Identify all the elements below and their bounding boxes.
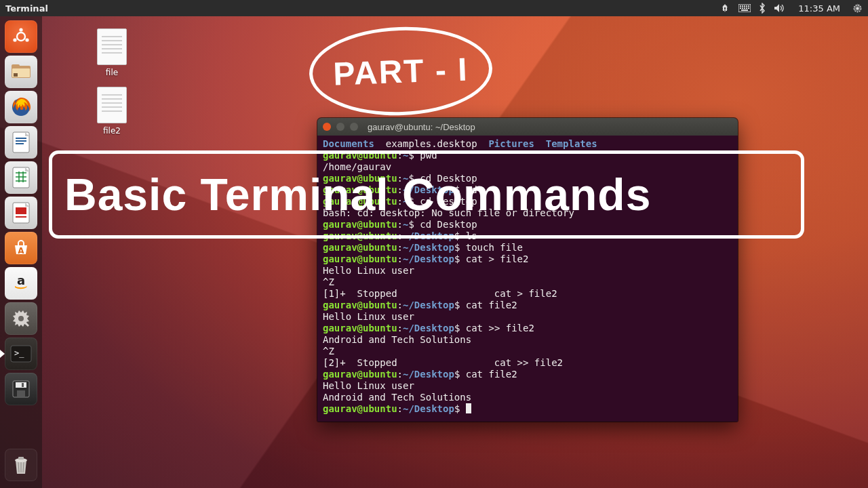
svg-rect-24 xyxy=(16,138,26,139)
desktop-file-icon[interactable]: file xyxy=(88,28,136,77)
svg-rect-1 xyxy=(740,5,741,7)
launcher-settings[interactable] xyxy=(5,302,37,335)
svg-text:>_: >_ xyxy=(14,348,24,358)
svg-rect-42 xyxy=(16,382,26,388)
svg-rect-10 xyxy=(748,7,749,9)
top-menubar: Terminal 11:35 AM xyxy=(0,0,868,16)
launcher-dock: A a >_ xyxy=(0,16,42,488)
bluetooth-icon[interactable] xyxy=(759,3,766,14)
svg-rect-6 xyxy=(740,7,741,9)
svg-text:A: A xyxy=(18,246,24,256)
terminal-body[interactable]: Documents examples.desktop Pictures Temp… xyxy=(317,136,738,422)
desktop-file-label: file xyxy=(88,68,136,77)
close-icon[interactable] xyxy=(323,123,331,131)
svg-point-17 xyxy=(13,38,16,41)
svg-rect-4 xyxy=(746,5,747,7)
svg-rect-5 xyxy=(748,5,749,7)
svg-rect-25 xyxy=(16,140,26,142)
minimize-icon[interactable] xyxy=(336,123,344,131)
svg-rect-44 xyxy=(22,383,24,387)
network-icon[interactable] xyxy=(719,3,730,13)
svg-point-38 xyxy=(18,316,24,321)
svg-point-16 xyxy=(25,38,28,41)
launcher-libreoffice-writer[interactable] xyxy=(5,126,37,159)
launcher-libreoffice-calc[interactable] xyxy=(5,161,37,194)
svg-rect-26 xyxy=(16,143,24,144)
svg-rect-3 xyxy=(744,5,745,7)
window-titlebar[interactable]: gaurav@ubuntu: ~/Desktop xyxy=(317,118,738,136)
svg-rect-11 xyxy=(741,9,748,11)
svg-rect-46 xyxy=(18,457,24,460)
svg-rect-43 xyxy=(17,390,25,396)
clock[interactable]: 11:35 AM xyxy=(798,3,840,14)
launcher-libreoffice-impress[interactable] xyxy=(5,197,37,229)
desktop-file-icon[interactable]: file2 xyxy=(88,87,136,136)
cursor-block xyxy=(466,403,471,413)
launcher-files[interactable] xyxy=(5,56,37,88)
svg-rect-7 xyxy=(742,7,743,9)
svg-text:a: a xyxy=(17,273,25,287)
svg-rect-34 xyxy=(16,207,26,214)
gear-icon[interactable] xyxy=(852,3,863,14)
svg-rect-35 xyxy=(16,216,26,218)
svg-point-14 xyxy=(17,33,25,41)
launcher-software-center[interactable]: A xyxy=(5,232,37,264)
launcher-dash[interactable] xyxy=(5,20,37,53)
document-icon xyxy=(97,87,127,123)
launcher-save-icon[interactable] xyxy=(5,373,37,405)
terminal-window[interactable]: gaurav@ubuntu: ~/Desktop Documents examp… xyxy=(317,118,738,422)
launcher-trash[interactable] xyxy=(5,449,37,481)
svg-rect-19 xyxy=(12,64,20,68)
volume-icon[interactable] xyxy=(774,3,786,13)
document-icon xyxy=(97,28,127,65)
svg-rect-21 xyxy=(14,73,18,77)
svg-point-15 xyxy=(19,28,22,31)
svg-rect-2 xyxy=(742,5,743,7)
launcher-firefox[interactable] xyxy=(5,91,37,123)
desktop-file-label: file2 xyxy=(88,126,136,136)
keyboard-icon[interactable] xyxy=(738,4,751,12)
window-title: gaurav@ubuntu: ~/Desktop xyxy=(368,122,475,132)
svg-rect-8 xyxy=(744,7,745,9)
maximize-icon[interactable] xyxy=(350,123,358,131)
active-application-name: Terminal xyxy=(5,3,48,14)
svg-rect-9 xyxy=(746,7,747,9)
launcher-terminal[interactable]: >_ xyxy=(5,338,37,370)
launcher-amazon[interactable]: a xyxy=(5,267,37,300)
